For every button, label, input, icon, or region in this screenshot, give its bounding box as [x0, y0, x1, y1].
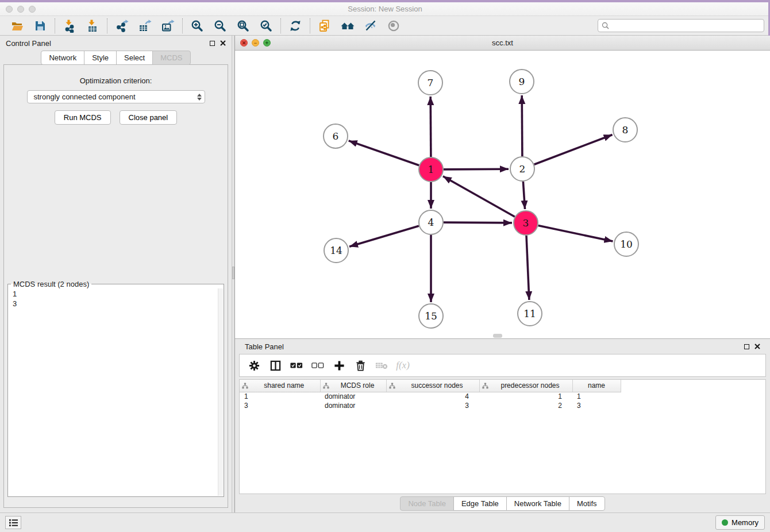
select-all-rows-button[interactable] [288, 357, 305, 373]
delete-column-button[interactable] [352, 357, 368, 373]
import-table-button[interactable] [81, 17, 104, 34]
tab-network[interactable]: Network [41, 51, 84, 65]
graph-node-14[interactable]: 14 [324, 238, 348, 263]
graph-node-label: 7 [428, 77, 434, 88]
zoom-selected-button[interactable] [255, 17, 278, 34]
toolbar-separator [310, 18, 310, 33]
graph-edge-3-10[interactable] [538, 226, 613, 241]
graph-edge-2-3[interactable] [523, 182, 525, 209]
graph-node-6[interactable]: 6 [324, 124, 348, 148]
show-all-networks-button[interactable] [336, 17, 359, 34]
table-cell[interactable]: 3 [386, 401, 479, 410]
duplicate-network-icon [318, 19, 332, 33]
run-mcds-button[interactable]: Run MCDS [55, 110, 111, 125]
search-input[interactable] [612, 21, 760, 30]
table-cell[interactable]: dominator [320, 392, 386, 401]
graph-edge-1-2[interactable] [444, 169, 509, 169]
open-session-button[interactable] [6, 17, 29, 34]
graph-node-4[interactable]: 4 [419, 210, 443, 234]
zoom-out-button[interactable] [209, 17, 232, 34]
memory-button[interactable]: Memory [715, 515, 765, 530]
show-column-panel-button[interactable] [267, 357, 283, 373]
network-maximize-button[interactable]: + [263, 39, 271, 47]
refresh-view-button[interactable] [284, 17, 307, 34]
graph-node-10[interactable]: 10 [614, 232, 638, 256]
graph-node-3[interactable]: 3 [514, 211, 538, 235]
close-table-panel-icon[interactable] [754, 344, 760, 349]
mcds-result-text[interactable]: 1 3 [9, 288, 217, 496]
duplicate-network-button[interactable] [313, 17, 336, 34]
minimize-window-button[interactable] [17, 6, 24, 13]
graph-node-8[interactable]: 8 [613, 118, 637, 142]
delete-table-button[interactable] [374, 357, 390, 373]
maximize-window-button[interactable] [29, 6, 36, 13]
tab-select[interactable]: Select [116, 51, 153, 65]
graph-node-11[interactable]: 11 [518, 302, 542, 326]
tab-motifs[interactable]: Motifs [569, 496, 605, 511]
select-stepper-icon [197, 94, 202, 101]
table-cell[interactable]: dominator [320, 401, 386, 410]
graph-node-15[interactable]: 15 [419, 304, 443, 328]
deselect-all-rows-button[interactable] [310, 357, 326, 373]
criterion-select[interactable]: strongly connected component [27, 90, 205, 103]
graph-node-2[interactable]: 2 [510, 157, 534, 181]
function-builder-button[interactable]: f(x) [395, 357, 411, 373]
table-settings-button[interactable] [246, 357, 262, 373]
add-column-button[interactable] [331, 357, 347, 373]
network-canvas[interactable]: 7968124314101511 [235, 51, 770, 338]
table-cell[interactable]: 1 [572, 392, 621, 401]
tab-style[interactable]: Style [84, 51, 117, 65]
graph-node-9[interactable]: 9 [510, 70, 534, 94]
graph-node-7[interactable]: 7 [418, 71, 442, 95]
tab-edge-table[interactable]: Edge Table [453, 496, 507, 511]
close-window-button[interactable] [6, 6, 13, 13]
table-cell[interactable]: 3 [572, 401, 621, 410]
table-cell[interactable]: 4 [386, 392, 479, 401]
tab-node-table[interactable]: Node Table [400, 496, 454, 511]
graph-edge-4-3[interactable] [444, 222, 512, 223]
export-table-button[interactable] [133, 17, 156, 34]
table-row[interactable]: 1dominator411 [240, 392, 621, 401]
graph-node-label: 14 [330, 245, 342, 256]
show-hidden-button[interactable] [382, 17, 405, 34]
column-header-shared-name[interactable]: shared name [240, 380, 320, 392]
close-panel-button[interactable]: Close panel [120, 110, 178, 125]
float-panel-icon[interactable] [210, 41, 215, 46]
zoom-in-button[interactable] [186, 17, 209, 34]
column-header-successor-nodes[interactable]: successor nodes [386, 380, 479, 392]
tab-network-table[interactable]: Network Table [506, 496, 569, 511]
column-header-name[interactable]: name [572, 380, 621, 392]
splitter-grip-icon[interactable] [232, 267, 234, 279]
tab-mcds[interactable]: MCDS [152, 51, 190, 65]
graph-edge-1-6[interactable] [349, 141, 419, 165]
table-cell[interactable]: 1 [479, 392, 572, 401]
table-cell[interactable]: 3 [240, 401, 320, 410]
zoom-fit-button[interactable] [232, 17, 255, 34]
graph-edge-2-8[interactable] [534, 135, 613, 165]
graph-edge-2-9[interactable] [522, 95, 522, 156]
import-network-button[interactable] [58, 17, 81, 34]
column-header-mcds-role[interactable]: MCDS role [320, 380, 386, 392]
graph-node-1[interactable]: 1 [419, 157, 443, 182]
graph-edge-4-14[interactable] [349, 226, 419, 246]
graph-edge-3-1[interactable] [443, 176, 515, 217]
task-history-button[interactable] [5, 516, 21, 529]
table-row[interactable]: 3dominator323 [240, 401, 621, 410]
column-header-predecessor-nodes[interactable]: predecessor nodes [479, 380, 572, 392]
close-panel-icon[interactable] [220, 40, 226, 46]
hide-selected-button[interactable] [359, 17, 382, 34]
search-box [598, 19, 764, 32]
network-minimize-button[interactable]: − [252, 39, 259, 47]
graph-edge-1-7[interactable] [430, 97, 431, 157]
column-label: MCDS role [332, 381, 384, 390]
result-scrollbar[interactable] [218, 288, 223, 496]
canvas-scrollbar-fragment[interactable] [493, 334, 502, 338]
network-close-button[interactable]: ✕ [240, 39, 248, 47]
save-session-button[interactable] [29, 17, 52, 34]
table-cell[interactable]: 2 [479, 401, 572, 410]
graph-edge-3-11[interactable] [526, 236, 529, 300]
table-cell[interactable]: 1 [240, 392, 320, 401]
export-network-button[interactable] [110, 17, 133, 34]
export-image-button[interactable] [156, 17, 179, 34]
float-table-panel-icon[interactable] [744, 344, 749, 349]
